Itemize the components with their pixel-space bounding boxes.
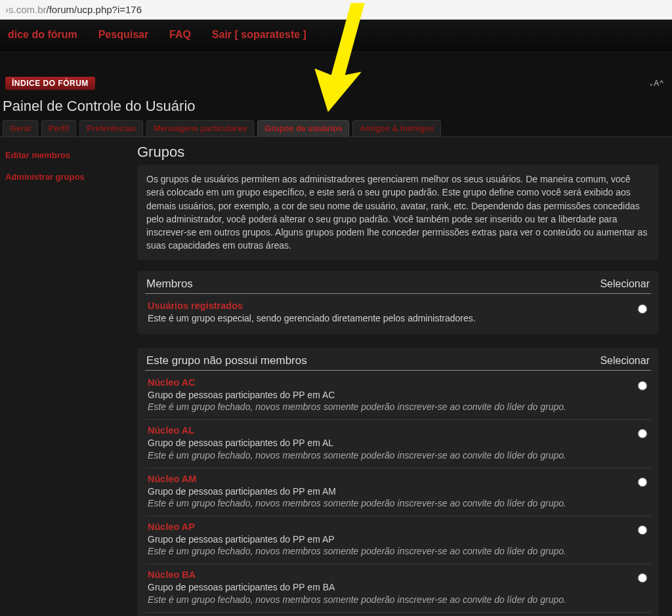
group-note: Este é um grupo fechado, novos membros s…	[148, 545, 608, 557]
group-desc: Grupo de pessoas participantes do PP em …	[148, 485, 608, 497]
group-desc: Este é um grupo especial, sendo gerencia…	[148, 312, 608, 324]
group-note: Este é um grupo fechado, novos membros s…	[148, 449, 608, 461]
main-column: Grupos Os grupos de usuários permitem ao…	[135, 141, 672, 616]
group-name[interactable]: Usuários registrados	[148, 300, 608, 311]
tab-pm[interactable]: Mensagens particulares	[146, 120, 254, 136]
group-row-registered: Usuários registrados Este é um grupo esp…	[145, 295, 651, 331]
group-name[interactable]: Núcleo AP	[148, 522, 608, 532]
panel-title: Painel de Controle do Usuário	[0, 94, 672, 120]
group-desc: Grupo de pessoas participantes do PP em …	[148, 581, 608, 593]
group-desc: Grupo de pessoas participantes do PP em …	[148, 437, 608, 449]
group-select[interactable]	[638, 525, 647, 535]
tab-groups[interactable]: Grupos de usuários	[257, 120, 349, 136]
side-manage-groups[interactable]: Administrar grupos	[5, 169, 129, 191]
nav-search[interactable]: Pesquisar	[91, 26, 156, 43]
url-host: ›s.com.br	[5, 4, 47, 15]
members-section: Membros Selecionar Usuários registrados …	[137, 271, 659, 335]
group-note: Este é um grupo fechado, novos membros s…	[148, 401, 608, 413]
group-row: Núcleo AMGrupo de pessoas participantes …	[145, 468, 651, 516]
group-name[interactable]: Núcleo AL	[148, 425, 608, 436]
nonmembers-header: Este grupo não possui membros	[146, 354, 307, 367]
group-row: Núcleo ALGrupo de pessoas participantes …	[145, 420, 651, 468]
tab-friends[interactable]: Amigos & Inimigos	[352, 120, 441, 136]
group-select[interactable]	[638, 573, 647, 583]
group-note: Este é um grupo fechado, novos membros s…	[148, 497, 608, 509]
nav-logout[interactable]: Sair [ soparateste ]	[204, 26, 314, 43]
group-select[interactable]	[638, 478, 647, 487]
tab-profile[interactable]: Perfil	[41, 120, 76, 136]
nav-faq[interactable]: FAQ	[161, 26, 199, 43]
top-nav: dice do fórum Pesquisar FAQ Sair [ sopar…	[0, 20, 672, 51]
group-desc: Grupo de pessoas participantes do PP em …	[148, 389, 608, 401]
group-name[interactable]: Núcleo AM	[148, 474, 608, 484]
group-select[interactable]	[638, 381, 647, 390]
members-header: Membros	[146, 277, 193, 291]
nav-index[interactable]: dice do fórum	[0, 26, 85, 43]
select-header-2: Selecionar	[600, 355, 650, 367]
tab-prefs[interactable]: Preferências	[79, 120, 143, 136]
breadcrumb[interactable]: ÍNDICE DO FÓRUM	[5, 77, 95, 90]
side-menu: Editar membros Administrar grupos	[0, 141, 135, 616]
groups-description: Os grupos de usuários permitem aos admin…	[137, 165, 659, 260]
nonmembers-section: Este grupo não possui membros Selecionar…	[137, 348, 659, 616]
section-title: Grupos	[137, 144, 659, 161]
ucp-tabs: Geral Perfil Preferências Mensagens part…	[0, 120, 672, 136]
tab-general[interactable]: Geral	[3, 120, 38, 136]
side-edit-members[interactable]: Editar membros	[5, 148, 129, 169]
group-row: Núcleo APGrupo de pessoas participantes …	[145, 516, 651, 564]
address-bar[interactable]: ›s.com.br/forum/ucp.php?i=176	[0, 0, 672, 20]
group-note: Este é um grupo fechado, novos membros s…	[148, 594, 608, 606]
url-path: /forum/ucp.php?i=176	[47, 4, 142, 15]
select-header: Selecionar	[600, 278, 650, 290]
group-row: Núcleo ACGrupo de pessoas participantes …	[145, 372, 651, 420]
group-name[interactable]: Núcleo BA	[148, 569, 608, 580]
group-select-registered[interactable]	[638, 304, 647, 314]
page-wrap: ÍNDICE DO FÓRUM ᵥA^ Painel de Controle d…	[0, 77, 672, 616]
group-select[interactable]	[638, 429, 647, 438]
group-row: Núcleo CE	[145, 613, 651, 616]
group-desc: Grupo de pessoas participantes do PP em …	[148, 533, 608, 545]
group-row: Núcleo BAGrupo de pessoas participantes …	[145, 564, 651, 612]
group-name[interactable]: Núcleo AC	[148, 377, 608, 388]
font-size-control[interactable]: ᵥA^	[650, 79, 664, 88]
